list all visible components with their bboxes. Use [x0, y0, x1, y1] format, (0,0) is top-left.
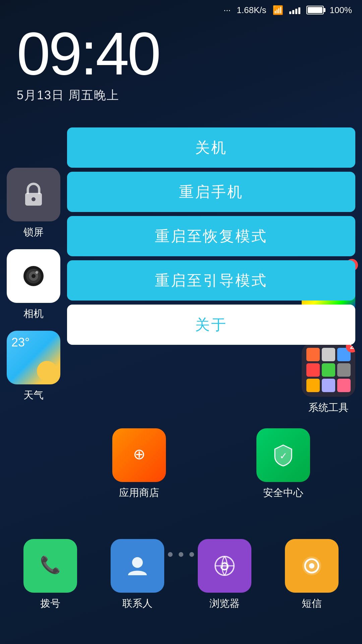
svg-point-19 [309, 563, 314, 569]
battery-percent: 100% [330, 5, 352, 15]
about-button[interactable]: 关于 [67, 305, 355, 345]
weather-icon: 23° [7, 331, 60, 384]
systool-icon: 2 [302, 343, 355, 397]
browser-icon [198, 539, 251, 593]
lock-label: 锁屏 [23, 225, 44, 239]
lock-icon [7, 168, 60, 221]
status-bar: ··· 1.68K/s 📶 100% [0, 0, 362, 20]
svg-text:⊕: ⊕ [133, 446, 145, 462]
app-phone[interactable]: 📞 拨号 [23, 539, 77, 610]
app-security[interactable]: ✓ 安全中心 [256, 428, 310, 500]
clock: 09:40 [17, 23, 159, 84]
svg-point-5 [32, 274, 36, 278]
security-label: 安全中心 [263, 486, 303, 500]
systool-label: 系统工具 [308, 401, 349, 415]
date: 5月13日 周五晚上 [17, 87, 159, 104]
restart-button[interactable]: 重启手机 [67, 172, 355, 212]
security-icon: ✓ [256, 428, 310, 482]
svg-text:✓: ✓ [280, 451, 287, 461]
app-sms[interactable]: 短信 [285, 539, 339, 610]
signal-icon [289, 6, 300, 14]
bottom-dock: 📞 拨号 联系人 浏览器 [0, 539, 362, 610]
contacts-label: 联系人 [122, 597, 153, 610]
contacts-icon [111, 539, 164, 593]
phone-icon: 📞 [23, 539, 77, 593]
app-lock[interactable]: 锁屏 [7, 168, 60, 239]
status-dots: ··· [224, 5, 231, 15]
battery-icon [306, 6, 324, 14]
restart-bootloader-button[interactable]: 重启至引导模式 [67, 260, 355, 301]
camera-icon [7, 249, 60, 303]
sms-label: 短信 [302, 597, 322, 610]
phone-label: 拨号 [40, 597, 60, 610]
app-systool[interactable]: 2 系统工具 [302, 343, 355, 415]
power-menu: 关机 重启手机 重启至恢复模式 重启至引导模式 关于 [67, 127, 355, 345]
browser-label: 浏览器 [209, 597, 240, 610]
app-camera[interactable]: 相机 [7, 249, 60, 321]
camera-label: 相机 [23, 307, 44, 321]
time-display: 09:40 5月13日 周五晚上 [17, 23, 159, 104]
svg-point-1 [32, 197, 36, 201]
svg-text:📞: 📞 [40, 555, 61, 575]
app-browser[interactable]: 浏览器 [198, 539, 251, 610]
sms-icon [285, 539, 339, 593]
svg-point-6 [36, 271, 38, 274]
middle-apps: ⊕ 应用商店 ✓ 安全中心 [67, 428, 355, 500]
app-weather[interactable]: 23° 天气 [7, 331, 60, 402]
left-apps: 锁屏 相机 23° 天气 [7, 168, 60, 402]
restart-recovery-button[interactable]: 重启至恢复模式 [67, 216, 355, 256]
network-speed: 1.68K/s [237, 5, 266, 15]
app-contacts[interactable]: 联系人 [111, 539, 164, 610]
shutdown-button[interactable]: 关机 [67, 127, 355, 168]
app-appstore[interactable]: ⊕ 应用商店 [112, 428, 166, 500]
wifi-icon: 📶 [273, 5, 283, 15]
svg-point-12 [132, 557, 143, 568]
weather-label: 天气 [23, 388, 44, 402]
appstore-label: 应用商店 [119, 486, 159, 500]
appstore-icon: ⊕ [112, 428, 166, 482]
